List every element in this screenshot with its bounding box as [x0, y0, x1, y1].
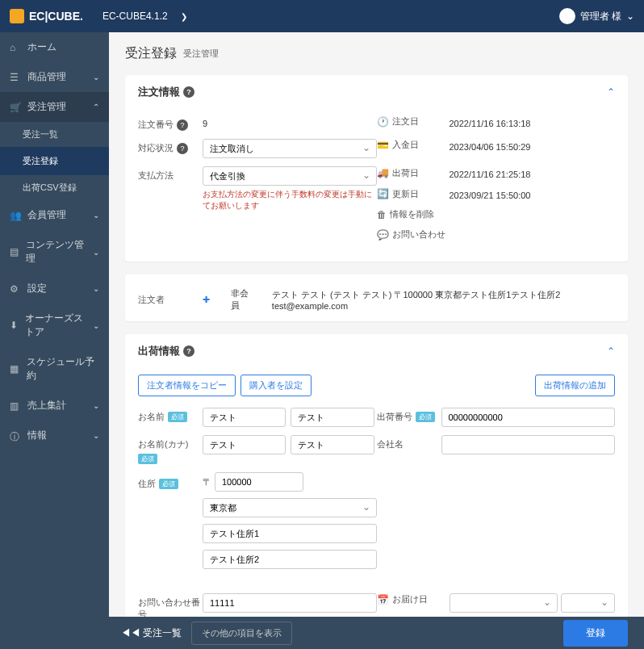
chevron-down-icon: ⌄ — [93, 431, 99, 440]
footer-bar: ◀◀ 受注一覧 その他の項目を表示 登録 — [0, 617, 644, 649]
add-shipping-button[interactable]: 出荷情報の追加 — [535, 375, 615, 396]
trash-icon: 🗑 — [377, 209, 387, 220]
payment-date: 2023/04/06 15:50:29 — [450, 139, 616, 152]
required-badge: 必須 — [138, 454, 157, 464]
sidebar-item-settings[interactable]: ⚙設定⌄ — [0, 274, 109, 304]
copy-orderer-button[interactable]: 注文者情報をコピー — [138, 375, 236, 396]
payment-select[interactable]: 代金引換 — [203, 166, 377, 186]
name-sei-input[interactable] — [203, 408, 286, 427]
user-menu[interactable]: 管理者 様 ⌄ — [559, 8, 634, 24]
chevron-down-icon: ⌄ — [93, 284, 99, 293]
ship-date: 2022/11/16 21:25:18 — [450, 166, 616, 179]
chevron-down-icon: ⌄ — [626, 10, 634, 22]
save-button[interactable]: 登録 — [563, 620, 628, 647]
help-icon[interactable]: ? — [183, 86, 194, 98]
calendar-icon: ▦ — [10, 363, 20, 375]
sidebar-item-order[interactable]: 🛒受注管理⌃ — [0, 92, 109, 122]
logo[interactable]: EC|CUBE. — [10, 9, 83, 23]
chevron-right-icon: ❯ — [181, 12, 187, 21]
help-icon[interactable]: ? — [177, 119, 188, 131]
sidebar: ⌂ホーム ☰商品管理⌄ 🛒受注管理⌃ 受注一覧 受注登録 出荷CSV登録 👥会員… — [0, 32, 109, 649]
speech-icon: 💬 — [377, 229, 389, 241]
sidebar-item-sales[interactable]: ▥売上集計⌄ — [0, 391, 109, 421]
update-date: 2023/09/21 15:50:00 — [450, 187, 616, 200]
calendar-icon: 📅 — [377, 594, 389, 605]
logo-text: EC|CUBE. — [29, 10, 83, 23]
chevron-up-icon: ⌃ — [93, 103, 99, 111]
home-icon: ⌂ — [10, 42, 21, 53]
user-label: 管理者 様 — [580, 10, 621, 23]
page-title: 受注登録 受注管理 — [125, 45, 628, 62]
page-subtitle: 受注管理 — [183, 48, 219, 60]
sidebar-item-home[interactable]: ⌂ホーム — [0, 32, 109, 62]
sidebar-sub-csv[interactable]: 出荷CSV登録 — [0, 175, 109, 200]
chevron-down-icon: ⌄ — [93, 248, 99, 257]
addr2-input[interactable] — [203, 550, 377, 569]
tracking-input[interactable] — [441, 408, 616, 427]
truck-icon: 🚚 — [377, 167, 389, 178]
sidebar-item-info[interactable]: ⓘ情報⌄ — [0, 421, 109, 450]
kana-sei-input[interactable] — [203, 435, 286, 454]
payment-warning: お支払方法の変更に伴う手数料の変更は手動にてお願いします — [203, 189, 377, 211]
store-icon: ⬇ — [10, 320, 19, 331]
company-input[interactable] — [441, 435, 616, 454]
zip-input[interactable] — [215, 472, 303, 492]
set-member-button[interactable]: 購入者を設定 — [240, 375, 312, 396]
tel-input[interactable] — [203, 593, 377, 613]
sidebar-item-store[interactable]: ⬇オーナーズストア⌄ — [0, 304, 109, 347]
required-badge: 必須 — [416, 412, 435, 422]
content-icon: ▤ — [10, 246, 19, 258]
orderer-summary: テスト テスト (テスト テスト) 〒100000 東京都テスト住所1テスト住所… — [272, 289, 615, 311]
sidebar-item-member[interactable]: 👥会員管理⌄ — [0, 200, 109, 230]
clock-icon: 🕐 — [377, 116, 389, 128]
version-text[interactable]: EC-CUBE4.1.2 — [102, 10, 168, 22]
main-content: 受注登録 受注管理 注文情報? ⌃ 注文番号? 9 🕐注文日 2022/11/1… — [109, 32, 644, 649]
panel-shipping: 出荷情報? ⌃ 注文者情報をコピー 購入者を設定 出荷情報の追加 お名前必須 — [125, 334, 628, 649]
users-icon: 👥 — [10, 210, 21, 221]
gear-icon: ⚙ — [10, 283, 21, 295]
addr1-input[interactable] — [203, 524, 377, 543]
help-icon[interactable]: ? — [177, 143, 188, 154]
header-left: EC|CUBE. EC-CUBE4.1.2 ❯ — [10, 9, 187, 23]
card-icon: 💳 — [377, 140, 389, 151]
collapse-icon[interactable]: ⌃ — [607, 86, 615, 98]
chart-icon: ▥ — [10, 400, 21, 412]
back-link[interactable]: ◀◀ 受注一覧 — [121, 626, 182, 640]
order-date: 2022/11/16 16:13:18 — [450, 115, 616, 128]
collapse-icon[interactable]: ⌃ — [607, 345, 615, 357]
status-select[interactable]: 注文取消し — [203, 139, 377, 158]
chevron-down-icon: ⌄ — [93, 211, 99, 220]
panel-order-info: 注文情報? ⌃ 注文番号? 9 🕐注文日 2022/11/16 16:13:18 — [125, 75, 628, 262]
delivery-month-select[interactable] — [561, 593, 615, 613]
sidebar-item-product[interactable]: ☰商品管理⌄ — [0, 62, 109, 92]
app-header: EC|CUBE. EC-CUBE4.1.2 ❯ 管理者 様 ⌄ — [0, 0, 644, 32]
cart-icon: 🛒 — [10, 102, 21, 113]
product-icon: ☰ — [10, 72, 21, 83]
sidebar-item-schedule[interactable]: ▦スケジュール予約 — [0, 347, 109, 391]
refresh-icon: 🔄 — [377, 188, 389, 199]
plus-icon[interactable]: ✚ — [203, 295, 210, 305]
info-icon: ⓘ — [10, 430, 21, 442]
required-badge: 必須 — [159, 479, 178, 489]
sidebar-item-content[interactable]: ▤コンテンツ管理⌄ — [0, 230, 109, 274]
sidebar-sub-order-list[interactable]: 受注一覧 — [0, 122, 109, 147]
order-number: 9 — [203, 115, 377, 128]
sidebar-sub-order-register[interactable]: 受注登録 — [0, 147, 109, 175]
chevron-down-icon: ⌄ — [93, 401, 99, 410]
help-icon[interactable]: ? — [183, 345, 194, 357]
required-badge: 必須 — [168, 412, 187, 422]
kana-mei-input[interactable] — [291, 435, 374, 454]
logo-icon — [10, 9, 24, 23]
pref-select[interactable]: 東京都 — [203, 498, 377, 517]
show-more-button[interactable]: その他の項目を表示 — [191, 622, 292, 645]
delivery-year-select[interactable] — [450, 593, 558, 613]
non-member: 非会員 — [231, 287, 256, 312]
user-icon — [559, 8, 575, 24]
chevron-down-icon: ⌄ — [93, 73, 99, 82]
panel-orderer: 注文者 ✚ 非会員 テスト テスト (テスト テスト) 〒100000 東京都テ… — [125, 274, 628, 321]
name-mei-input[interactable] — [291, 408, 374, 427]
chevron-down-icon: ⌄ — [93, 321, 99, 330]
